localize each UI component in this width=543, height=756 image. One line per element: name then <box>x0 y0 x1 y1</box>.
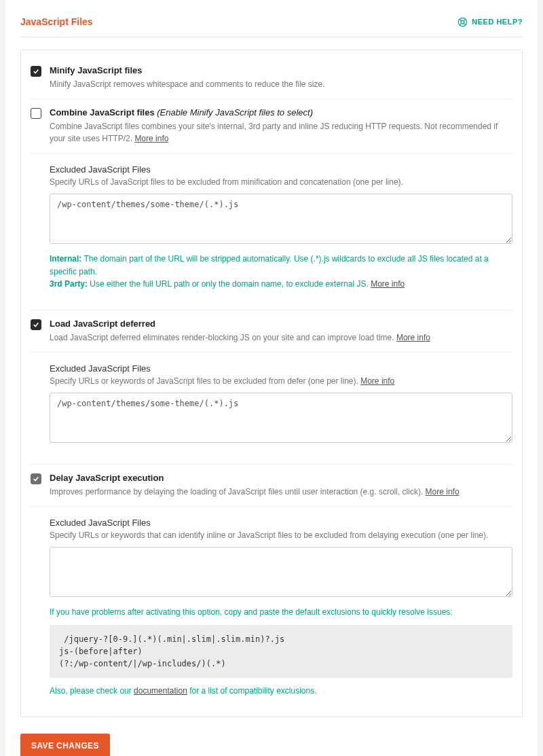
excluded1-hint: Internal: The domain part of the URL wil… <box>50 253 512 291</box>
minify-checkbox[interactable] <box>31 66 41 77</box>
combine-more-link[interactable]: More info <box>134 134 168 143</box>
header-row: JavaScript Files NEED HELP? <box>20 16 523 37</box>
section-title: JavaScript Files <box>20 16 93 27</box>
delay-title: Delay JavaScript execution <box>50 473 512 483</box>
combine-field: Combine JavaScript files (Enable Minify … <box>31 98 512 153</box>
excluded2-desc: Specify URLs or keywords of JavaScript f… <box>50 376 512 386</box>
excluded1-title: Excluded JavaScript Files <box>50 164 512 175</box>
defer-field: Load JavaScript deferred Load JavaScript… <box>31 310 512 352</box>
save-changes-button[interactable]: SAVE CHANGES <box>20 734 110 756</box>
combine-checkbox[interactable] <box>31 108 41 119</box>
excluded1-desc: Specify URLs of JavaScript files to be e… <box>50 177 512 187</box>
excluded3-also-hint: Also, please check our documentation for… <box>50 685 512 698</box>
svg-line-2 <box>460 19 462 21</box>
need-help-label: NEED HELP? <box>472 18 523 26</box>
combine-title: Combine JavaScript files (Enable Minify … <box>50 107 512 118</box>
excluded2-textarea[interactable] <box>50 393 512 443</box>
default-exclusions-code: /jquery-?[0-9.](.*)(.min|.slim|.slim.min… <box>50 625 512 678</box>
documentation-link[interactable]: documentation <box>134 686 187 696</box>
settings-panel: Minify JavaScript files Minify JavaScrip… <box>20 50 523 717</box>
delay-desc: Improves performance by delaying the loa… <box>50 486 512 498</box>
minify-desc: Minify JavaScript removes whitespace and… <box>50 78 512 90</box>
settings-outer: JavaScript Files NEED HELP? <box>5 0 538 756</box>
defer-checkbox[interactable] <box>31 319 41 330</box>
excluded-defer-section: Excluded JavaScript Files Specify URLs o… <box>31 352 512 452</box>
help-icon <box>457 17 468 27</box>
svg-line-5 <box>464 19 466 21</box>
delay-more-link[interactable]: More info <box>426 487 460 497</box>
excluded3-textarea[interactable] <box>50 547 512 597</box>
excluded3-problems-hint: If you have problems after activating th… <box>50 606 512 619</box>
excluded2-title: Excluded JavaScript Files <box>50 363 512 374</box>
excluded-minify-section: Excluded JavaScript Files Specify URLs o… <box>31 153 512 298</box>
excluded-delay-section: Excluded JavaScript Files Specify URLs o… <box>31 506 512 704</box>
svg-point-1 <box>461 20 464 24</box>
excluded1-more-link[interactable]: More info <box>371 279 405 289</box>
combine-desc: Combine JavaScript files combines your s… <box>50 120 512 145</box>
defer-title: Load JavaScript deferred <box>50 319 512 329</box>
delay-field: Delay JavaScript execution Improves perf… <box>31 464 512 506</box>
defer-more-link[interactable]: More info <box>396 333 430 342</box>
excluded3-title: Excluded JavaScript Files <box>50 518 512 528</box>
defer-desc: Load JavaScript deferred eliminates rend… <box>50 331 512 344</box>
minify-title: Minify JavaScript files <box>50 65 512 75</box>
svg-line-3 <box>464 23 466 25</box>
need-help-link[interactable]: NEED HELP? <box>457 17 523 27</box>
delay-checkbox[interactable] <box>31 473 41 484</box>
excluded2-more-link[interactable]: More info <box>360 376 394 386</box>
excluded1-textarea[interactable] <box>50 194 512 244</box>
svg-line-4 <box>460 23 462 25</box>
minify-field: Minify JavaScript files Minify JavaScrip… <box>31 57 512 98</box>
excluded3-desc: Specify URLs or keywords that can identi… <box>50 530 512 540</box>
